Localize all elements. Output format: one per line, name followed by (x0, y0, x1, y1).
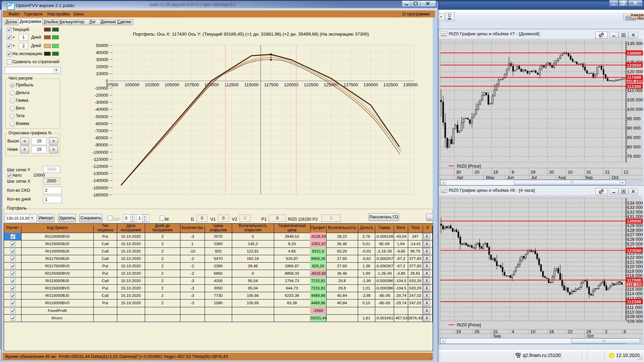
svg-text:2: 2 (605, 329, 607, 334)
svg-text:10: 10 (530, 329, 535, 334)
svg-text:25: 25 (475, 329, 479, 334)
svg-text:22: 22 (568, 329, 572, 334)
svg-text:4: 4 (512, 329, 514, 334)
svg-text:130000: 130000 (627, 219, 641, 224)
svg-text:19: 19 (456, 329, 461, 334)
svg-text:16: 16 (549, 329, 554, 334)
svg-text:Sep: Sep (493, 333, 501, 338)
svg-text:117000: 117000 (627, 278, 641, 283)
svg-text:108 000: 108 000 (627, 319, 643, 324)
svg-text:Oct: Oct (587, 333, 594, 338)
svg-text:8: 8 (624, 329, 626, 334)
svg-text:116 150: 116 150 (627, 282, 643, 287)
svg-text:123550: 123550 (627, 248, 641, 253)
svg-text:RIZ0 [Price]: RIZ0 [Price] (457, 322, 481, 327)
svg-text:112300: 112300 (627, 299, 641, 304)
